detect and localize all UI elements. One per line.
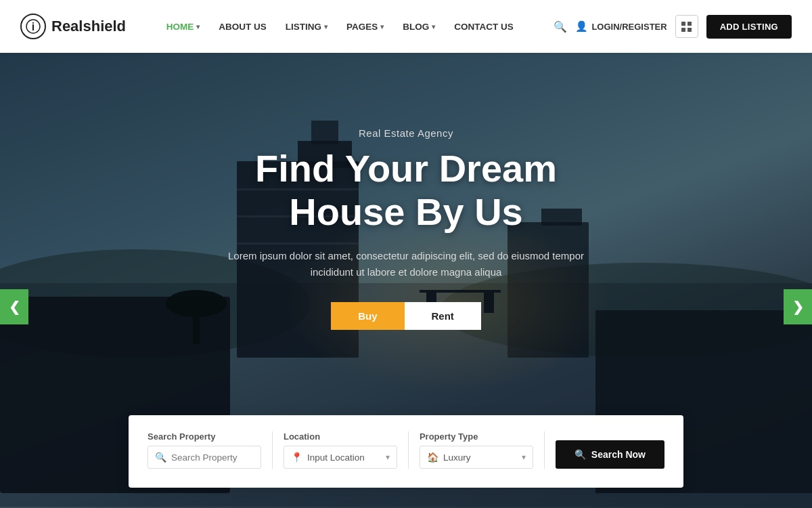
logo-text: Realshield bbox=[51, 18, 126, 35]
nav-link-about[interactable]: ABOUT US bbox=[210, 16, 275, 37]
logo[interactable]: i Realshield bbox=[20, 14, 126, 39]
search-property-input[interactable] bbox=[171, 452, 254, 463]
search-property-field: Search Property 🔍 bbox=[148, 431, 273, 469]
dropdown-arrow-listing: ▾ bbox=[324, 23, 328, 30]
search-button-container: 🔍 Search Now bbox=[556, 440, 664, 469]
property-type-field: Property Type 🏠 Luxury Apartment Villa O… bbox=[420, 431, 545, 469]
search-icon[interactable]: 🔍 bbox=[554, 20, 567, 33]
tab-rent[interactable]: Rent bbox=[405, 302, 481, 330]
grid-view-button[interactable] bbox=[675, 15, 698, 38]
hero-section: Real Estate Agency Find Your Dream House… bbox=[0, 53, 812, 508]
nav-item-blog[interactable]: BLOG ▾ bbox=[394, 16, 443, 37]
tab-buy[interactable]: Buy bbox=[331, 302, 404, 330]
property-type-select-wrap[interactable]: 🏠 Luxury Apartment Villa Office ▾ bbox=[420, 446, 533, 469]
dropdown-arrow-pages: ▾ bbox=[380, 23, 384, 30]
location-dropdown-arrow: ▾ bbox=[386, 452, 390, 462]
nav-link-pages[interactable]: PAGES ▾ bbox=[338, 16, 392, 37]
nav-links: HOME ▾ ABOUT US LISTING ▾ PAGES ▾ BLOG ▾ bbox=[158, 16, 522, 37]
property-type-dropdown-arrow: ▾ bbox=[522, 452, 526, 462]
search-property-icon: 🔍 bbox=[155, 452, 166, 463]
svg-text:i: i bbox=[32, 21, 35, 33]
navbar: i Realshield HOME ▾ ABOUT US LISTING ▾ P… bbox=[0, 0, 812, 53]
dropdown-arrow-blog: ▾ bbox=[432, 23, 435, 30]
nav-item-about[interactable]: ABOUT US bbox=[210, 16, 275, 37]
property-type-select[interactable]: Luxury Apartment Villa Office bbox=[443, 452, 517, 463]
nav-item-listing[interactable]: LISTING ▾ bbox=[277, 16, 336, 37]
hero-content: Real Estate Agency Find Your Dream House… bbox=[0, 127, 812, 330]
nav-link-contact[interactable]: CONTACT US bbox=[446, 16, 522, 37]
location-select-wrap[interactable]: 📍 Input Location New York Los Angeles Ch… bbox=[284, 446, 397, 469]
slider-next-button[interactable]: ❯ bbox=[784, 289, 812, 324]
location-select[interactable]: Input Location New York Los Angeles Chic… bbox=[307, 452, 381, 463]
nav-item-pages[interactable]: PAGES ▾ bbox=[338, 16, 392, 37]
hero-subtitle: Real Estate Agency bbox=[0, 127, 812, 139]
slider-prev-button[interactable]: ❮ bbox=[0, 289, 28, 324]
location-field: Location 📍 Input Location New York Los A… bbox=[284, 431, 409, 469]
nav-link-home[interactable]: HOME ▾ bbox=[158, 16, 208, 37]
nav-link-listing[interactable]: LISTING ▾ bbox=[277, 16, 336, 37]
logo-icon: i bbox=[20, 14, 46, 39]
property-type-label: Property Type bbox=[420, 431, 533, 442]
nav-right: 🔍 👤 LOGIN/REGISTER ADD LISTING bbox=[554, 15, 792, 39]
hero-title: Find Your Dream House By Us bbox=[0, 147, 812, 234]
search-icon-button: 🔍 bbox=[574, 449, 586, 460]
login-button[interactable]: 👤 LOGIN/REGISTER bbox=[575, 20, 667, 33]
search-property-input-wrap[interactable]: 🔍 bbox=[148, 446, 261, 469]
dropdown-arrow: ▾ bbox=[196, 23, 200, 30]
property-type-icon: 🏠 bbox=[427, 452, 438, 463]
search-box: Search Property 🔍 Location 📍 Input Locat… bbox=[129, 415, 683, 488]
property-type-tabs: Buy Rent bbox=[0, 302, 812, 330]
location-label: Location bbox=[284, 431, 397, 442]
grid-dots-icon bbox=[681, 22, 692, 32]
nav-link-blog[interactable]: BLOG ▾ bbox=[394, 16, 443, 37]
user-icon: 👤 bbox=[575, 20, 588, 33]
add-listing-button[interactable]: ADD LISTING bbox=[706, 15, 792, 39]
search-property-label: Search Property bbox=[148, 431, 261, 442]
search-now-button[interactable]: 🔍 Search Now bbox=[556, 440, 664, 469]
search-fields: Search Property 🔍 Location 📍 Input Locat… bbox=[148, 431, 664, 469]
hero-description: Lorem ipsum dolor sit amet, consectetur … bbox=[217, 248, 595, 280]
nav-item-home[interactable]: HOME ▾ bbox=[158, 16, 208, 37]
location-icon: 📍 bbox=[291, 452, 302, 463]
nav-item-contact[interactable]: CONTACT US bbox=[446, 16, 522, 37]
